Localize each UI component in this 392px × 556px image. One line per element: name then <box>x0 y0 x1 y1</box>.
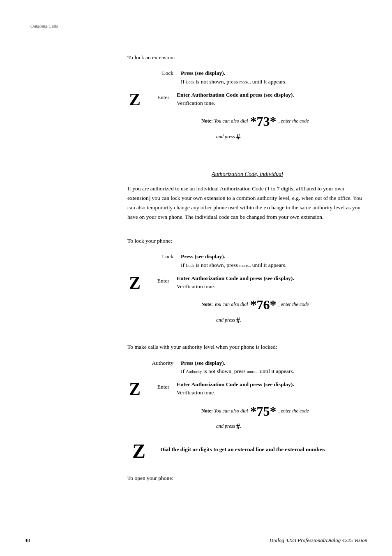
note-text-2: Note: You can also dial *76* , enter the… <box>201 295 367 326</box>
page-header-title: Outgoing Calls <box>30 23 58 28</box>
lock-label-1: Lock <box>127 69 181 76</box>
authority-content: Press (see display). If Authority is not… <box>181 359 367 376</box>
z-enter-step-2: Z Enter Enter Authorization Code and pre… <box>127 274 367 330</box>
z-subtitle-1: Verification tone. <box>177 99 367 107</box>
note-text-3: Note: You can also dial *75* , enter the… <box>201 401 367 432</box>
z-content-3: Enter Authorization Code and press (see … <box>177 380 367 436</box>
z-subtitle-2: Verification tone. <box>177 283 367 291</box>
z-content-2: Enter Authorization Code and press (see … <box>177 274 367 330</box>
section1-intro: To lock an extension: <box>127 53 367 62</box>
z-title-3: Enter Authorization Code and press (see … <box>177 380 367 389</box>
z-icon-col-2: Z <box>127 274 152 292</box>
lock-subtitle-1: If Lock is not shown, press more... unti… <box>181 78 367 86</box>
open-phone-intro: To open your phone: <box>127 474 367 482</box>
lock-content-1: Press (see display). If Lock is not show… <box>181 69 367 86</box>
lock-phone-intro: To lock your phone: <box>127 237 367 245</box>
note-block-1: Note: You can also dial *73* , enter the… <box>201 111 367 142</box>
authority-step-1: Authority Press (see display). If Author… <box>127 359 367 376</box>
note-text-1: Note: You can also dial *73* , enter the… <box>201 111 367 142</box>
lock-step-1: Lock Press (see display). If Lock is not… <box>127 69 367 86</box>
note-block-2: Note: You can also dial *76* , enter the… <box>201 295 367 326</box>
z-dial-step: Z Dial the digit or digits to get an ext… <box>127 441 367 461</box>
code-2: *76* <box>250 297 277 312</box>
note-label-2: Note: <box>201 301 213 307</box>
auth-code-title: Authorization Code, individual <box>212 171 283 177</box>
z-icon-col-1: Z <box>127 91 152 108</box>
authority-intro: To make calls with your authority level … <box>127 343 367 351</box>
page-number: 48 <box>25 537 30 544</box>
authority-title: Press (see display). <box>181 359 367 367</box>
authority-subtitle: If Authority is not shown, press more...… <box>181 367 367 375</box>
z-icon-1: Z <box>129 90 141 109</box>
lock-label-2: Lock <box>127 253 181 260</box>
authority-label: Authority <box>127 359 181 366</box>
page-footer: 48 Dialog 4223 Professional/Dialog 4225 … <box>25 537 367 544</box>
z-title-2: Enter Authorization Code and press (see … <box>177 274 367 283</box>
enter-label-2: Enter <box>152 274 177 284</box>
z-icon-3: Z <box>129 380 141 398</box>
z-enter-step-3: Z Enter Enter Authorization Code and pre… <box>127 380 367 436</box>
lock-title-1: Press (see display). <box>181 69 367 77</box>
z-dial-content: Dial the digit or digits to get an exter… <box>160 441 367 454</box>
z-icon-2: Z <box>129 273 141 292</box>
auth-code-title-block: Authorization Code, individual <box>127 171 367 178</box>
z-subtitle-3: Verification tone. <box>177 389 367 397</box>
z-enter-step-1: Z Enter Enter Authorization Code and pre… <box>127 91 367 147</box>
enter-label-1: Enter <box>152 91 177 101</box>
auth-code-description: If you are authorized to use an individu… <box>127 184 367 222</box>
lock-step-2: Lock Press (see display). If Lock is not… <box>127 253 367 269</box>
note-block-3: Note: You can also dial *75* , enter the… <box>201 401 367 432</box>
code-3: *75* <box>250 404 277 419</box>
lock-content-2: Press (see display). If Lock is not show… <box>181 253 367 269</box>
z-dial-title: Dial the digit or digits to get an exter… <box>160 445 367 454</box>
z-icon-col-4: Z <box>127 441 160 461</box>
z-content-1: Enter Authorization Code and press (see … <box>177 91 367 147</box>
enter-label-3: Enter <box>152 380 177 390</box>
note-label-1: Note: <box>201 118 213 124</box>
main-content: To lock an extension: Lock Press (see di… <box>127 53 367 490</box>
code-1: *73* <box>250 114 277 129</box>
lock-title-2: Press (see display). <box>181 253 367 261</box>
z-icon-col-3: Z <box>127 380 152 398</box>
note-label-3: Note: <box>201 408 213 413</box>
footer-right-text: Dialog 4223 Professional/Dialog 4225 Vis… <box>270 537 367 544</box>
z-title-1: Enter Authorization Code and press (see … <box>177 91 367 99</box>
lock-subtitle-2: If Lock is not shown, press more... unti… <box>181 261 367 269</box>
z-icon-4: Z <box>132 440 145 462</box>
